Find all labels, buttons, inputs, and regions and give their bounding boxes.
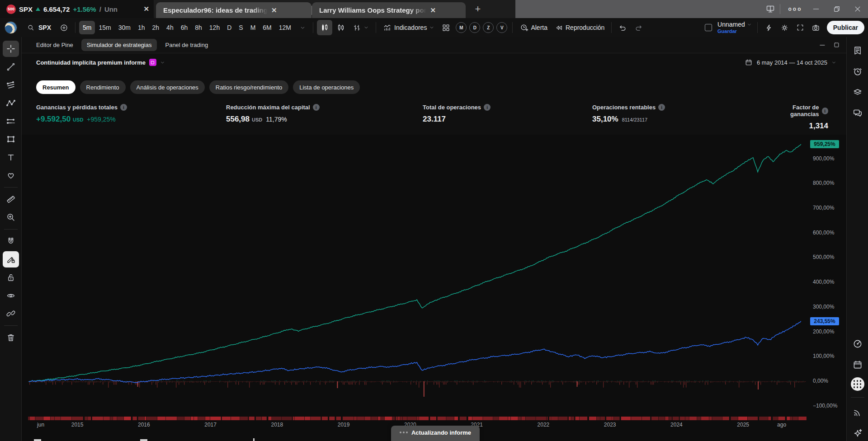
timeframe-8h[interactable]: 8h xyxy=(191,21,206,34)
chart-type-hollow-button[interactable] xyxy=(333,20,349,35)
layout-grid-button[interactable] xyxy=(439,20,453,35)
quick-action-bolt-button[interactable] xyxy=(761,20,776,35)
close-tab-icon[interactable]: ✕ xyxy=(430,6,436,14)
projection-tool[interactable] xyxy=(3,113,19,129)
timeframe-15m[interactable]: 15m xyxy=(95,21,114,34)
info-icon[interactable]: i xyxy=(658,104,665,111)
magnet-tool[interactable] xyxy=(3,233,19,249)
strategy-title-widget[interactable]: Continuidad implícita premium informe xyxy=(36,59,165,66)
info-icon[interactable]: i xyxy=(484,104,491,111)
close-tab-icon[interactable]: ✕ xyxy=(271,6,277,14)
user-avatar[interactable] xyxy=(5,21,17,34)
symbol-search[interactable]: SPX xyxy=(23,20,56,35)
timeframe-6M[interactable]: 6M xyxy=(259,21,275,34)
timeframe-5m[interactable]: 5m xyxy=(79,21,95,34)
object-tree-button[interactable] xyxy=(849,84,866,100)
tab-label: Especulador96: ideas de trading xyxy=(163,6,268,14)
report-tab-lista-de-operaciones[interactable]: Lista de operaciones xyxy=(293,80,360,94)
close-window-icon[interactable] xyxy=(847,0,868,18)
snapshot-camera-button[interactable] xyxy=(808,20,823,35)
info-icon[interactable]: i xyxy=(313,104,320,111)
parallel-channel-tool[interactable] xyxy=(3,77,19,93)
link-tool[interactable] xyxy=(3,305,19,322)
restore-window-icon[interactable] xyxy=(826,0,847,18)
timeframe-4h[interactable]: 4h xyxy=(163,21,177,34)
timeframe-D[interactable]: D xyxy=(223,21,235,34)
trash-tool[interactable] xyxy=(3,329,19,346)
chart-type-candles-button[interactable] xyxy=(317,20,332,35)
publish-button[interactable]: Publicar xyxy=(827,21,864,34)
replay-button[interactable]: Reproducción xyxy=(552,20,608,35)
watchlist-button[interactable] xyxy=(849,42,866,59)
window-menu-button[interactable]: ooo xyxy=(785,0,806,18)
minimize-window-icon[interactable] xyxy=(806,0,826,18)
panel-tab-simulador-de-estrategias[interactable]: Simulador de estrategias xyxy=(81,39,157,51)
equity-chart[interactable]: 900,00%800,00%700,00%600,00%500,00%400,0… xyxy=(22,135,846,441)
date-range-picker[interactable]: 6 may 2014 — 14 oct 2025 xyxy=(745,58,836,66)
info-icon[interactable]: i xyxy=(822,108,829,114)
report-tab-ratios-riesgo-rendimiento[interactable]: Ratios riesgo/rendimiento xyxy=(209,80,288,94)
macro-button-m[interactable]: M xyxy=(456,22,467,33)
timeframe-12h[interactable]: 12h xyxy=(206,21,223,34)
report-tabs: ResumenRendimientoAnálisis de operacione… xyxy=(22,71,846,98)
close-tab-icon[interactable]: ✕ xyxy=(143,5,149,13)
browser-tab-larry[interactable]: Larry Williams Oops Strategy por ✕ xyxy=(312,2,466,18)
report-tab-rendimiento[interactable]: Rendimiento xyxy=(80,80,126,94)
macro-button-v[interactable]: V xyxy=(496,22,507,33)
panel-tab-panel-de-trading[interactable]: Panel de trading xyxy=(160,39,213,51)
chat-button[interactable] xyxy=(849,105,866,121)
macro-button-z[interactable]: Z xyxy=(483,22,494,33)
chart-type-bars-button[interactable] xyxy=(349,20,372,35)
compare-add-button[interactable] xyxy=(57,20,71,35)
xabcd-pattern-tool[interactable] xyxy=(3,95,19,111)
panel-maximize-icon[interactable] xyxy=(833,42,840,48)
timeframe-M[interactable]: M xyxy=(247,21,259,34)
text-tool-tool[interactable] xyxy=(3,149,19,165)
save-link[interactable]: Guardar xyxy=(717,28,752,34)
trend-line-tool[interactable] xyxy=(3,59,19,75)
layout-name-widget[interactable]: Unnamed Guardar xyxy=(717,21,752,33)
ruler-tool[interactable] xyxy=(3,191,19,207)
undo-button[interactable] xyxy=(615,20,630,35)
econ-calendar-button[interactable] xyxy=(849,357,866,373)
alert-button[interactable]: Alerta xyxy=(516,20,551,35)
report-tab-resumen[interactable]: Resumen xyxy=(36,80,75,94)
panel-minimize-icon[interactable] xyxy=(819,42,826,49)
fullscreen-button[interactable] xyxy=(793,20,807,35)
news-signal-button[interactable] xyxy=(849,404,866,420)
panel-tab-editor-de-pine[interactable]: Editor de Pine xyxy=(31,39,79,51)
timeframe-S[interactable]: S xyxy=(235,21,246,34)
price-axis[interactable]: 900,00%800,00%700,00%600,00%500,00%400,0… xyxy=(808,135,846,416)
draw-lock-tool[interactable] xyxy=(3,251,19,267)
eye-tool[interactable] xyxy=(3,287,19,304)
timeframe-12M[interactable]: 12M xyxy=(275,21,295,34)
date-range-value: 6 may 2014 — 14 oct 2025 xyxy=(757,59,827,66)
info-icon[interactable]: i xyxy=(120,104,127,111)
sparkle-button[interactable] xyxy=(849,425,866,441)
timeframe-30m[interactable]: 30m xyxy=(115,21,134,34)
new-tab-button[interactable]: + xyxy=(470,1,486,17)
layout-checkbox[interactable] xyxy=(705,24,712,31)
redo-button[interactable] xyxy=(631,20,646,35)
ideas-target-button[interactable] xyxy=(849,336,866,352)
shapes-tool[interactable] xyxy=(3,131,19,147)
screen-share-icon[interactable] xyxy=(765,4,775,14)
strategy-title-row: Continuidad implícita premium informe 6 … xyxy=(22,53,846,71)
chart-plot[interactable] xyxy=(22,135,808,413)
timeframe-2h[interactable]: 2h xyxy=(149,21,163,34)
report-tab-an-lisis-de-operaciones[interactable]: Análisis de operaciones xyxy=(130,80,205,94)
heart-tool[interactable] xyxy=(3,167,19,183)
unlock-tool[interactable] xyxy=(3,269,19,286)
alarm-clock-button[interactable] xyxy=(849,63,866,80)
timeframe-expand-chevron[interactable] xyxy=(296,20,309,35)
settings-gear-button[interactable] xyxy=(777,20,792,35)
apps-grid-button[interactable] xyxy=(851,377,864,391)
indicators-button[interactable]: Indicadores xyxy=(380,20,438,35)
browser-tab-especulador[interactable]: Especulador96: ideas de trading ✕ xyxy=(156,2,311,18)
timeframe-6h[interactable]: 6h xyxy=(177,21,192,34)
timeframe-1h[interactable]: 1h xyxy=(134,21,149,34)
zoom-in-tool[interactable] xyxy=(3,209,19,225)
macro-button-d[interactable]: D xyxy=(469,22,480,33)
crosshair-tool[interactable] xyxy=(3,41,19,57)
symbol-tab[interactable]: 500 SPX 6.654,72 +1.56% / Unn ✕ xyxy=(0,0,154,18)
